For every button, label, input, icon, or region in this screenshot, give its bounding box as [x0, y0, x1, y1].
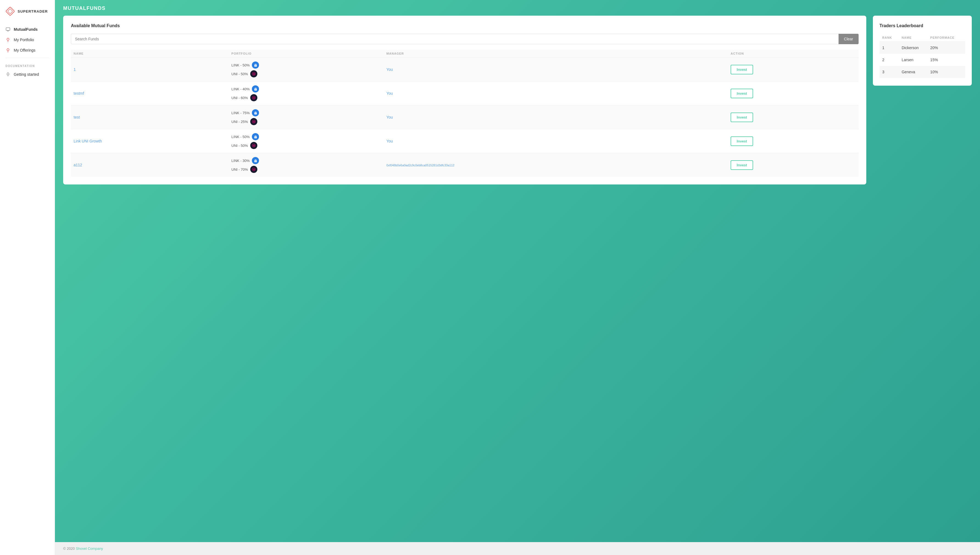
portfolio-percent: UNI - 50% — [231, 144, 248, 148]
leaderboard-table: RANK NAME PERFORMACE 1Dickerson20%2Larse… — [879, 34, 965, 78]
sidebar-navigation: MutualFunds My Portfolio My Offerings DO… — [0, 21, 55, 555]
logo-area: SUPERTRADER — [0, 0, 55, 21]
fund-name-link[interactable]: 1 — [74, 67, 76, 72]
sidebar-item-offerings[interactable]: My Offerings — [0, 45, 55, 55]
sidebar-item-mutualfunds[interactable]: MutualFunds — [0, 24, 55, 35]
uni-icon: ♻ — [250, 142, 257, 149]
logo-icon — [5, 6, 15, 16]
lb-performance: 10% — [927, 66, 965, 78]
fund-name-link[interactable]: testmf — [74, 91, 84, 96]
col-header-portfolio: PORTFOLIO — [229, 50, 384, 58]
sidebar-item-getting-started[interactable]: Getting started — [0, 69, 55, 80]
invest-button[interactable]: Invest — [731, 112, 753, 122]
svg-text:♻: ♻ — [253, 144, 255, 147]
lb-name: Larsen — [899, 54, 927, 66]
portfolio-percent: UNI - 50% — [231, 72, 248, 76]
leaderboard-row: 3Geneva10% — [879, 66, 965, 78]
table-row: a112LINK - 30%UNI - 70%♻0xf048b0e6a0ad2c… — [71, 153, 859, 177]
portfolio-row: LINK - 50% — [231, 61, 381, 69]
svg-point-7 — [8, 74, 8, 75]
svg-rect-1 — [8, 9, 13, 14]
link-icon — [252, 61, 259, 69]
lb-col-rank: RANK — [879, 34, 899, 42]
portfolio-percent: LINK - 30% — [231, 159, 250, 163]
portfolio-row: LINK - 40% — [231, 85, 381, 93]
portfolio-cell: LINK - 30%UNI - 70%♻ — [231, 157, 381, 173]
funds-card-title: Available Mutual Funds — [71, 23, 859, 28]
sidebar-item-portfolio[interactable]: My Portfolio — [0, 35, 55, 45]
portfolio-cell: LINK - 75%UNI - 25%♻ — [231, 109, 381, 125]
funds-table-body: 1LINK - 50%UNI - 50%♻YouInvesttestmfLINK… — [71, 58, 859, 177]
svg-text:♻: ♻ — [253, 168, 255, 170]
svg-point-9 — [255, 66, 256, 66]
lb-col-performance: PERFORMACE — [927, 34, 965, 42]
invest-button[interactable]: Invest — [731, 89, 753, 98]
portfolio-row: UNI - 70%♻ — [231, 166, 381, 173]
leaderboard-table-body: 1Dickerson20%2Larsen15%3Geneva10% — [879, 42, 965, 78]
invest-button[interactable]: Invest — [731, 65, 753, 74]
funds-table: NAME PORTFOLIO MANAGER ACTION 1LINK - 50… — [71, 50, 859, 177]
portfolio-row: UNI - 50%♻ — [231, 142, 381, 149]
funds-card: Available Mutual Funds Clear NAME PORTFO… — [63, 16, 866, 184]
main-content: Available Mutual Funds Clear NAME PORTFO… — [55, 16, 980, 542]
svg-rect-2 — [6, 28, 10, 30]
fund-name-link[interactable]: test — [74, 115, 80, 119]
portfolio-percent: LINK - 50% — [231, 135, 250, 139]
invest-button[interactable]: Invest — [731, 136, 753, 146]
manager-cell: You — [384, 106, 728, 129]
sidebar-item-label-offerings: My Offerings — [14, 48, 35, 53]
footer: © 2020 Shovel Company — [55, 542, 980, 555]
svg-point-17 — [255, 113, 256, 114]
pin-icon-offerings — [5, 48, 10, 53]
svg-point-6 — [7, 48, 9, 51]
action-cell: Invest — [728, 58, 859, 82]
table-row: 1LINK - 50%UNI - 50%♻YouInvest — [71, 58, 859, 82]
svg-point-13 — [255, 90, 256, 90]
action-cell: Invest — [728, 106, 859, 129]
logo-text: SUPERTRADER — [18, 9, 48, 13]
svg-text:♻: ♻ — [253, 73, 255, 75]
footer-company-link[interactable]: Shovel Company — [76, 547, 103, 550]
action-cell: Invest — [728, 153, 859, 177]
portfolio-row: LINK - 50% — [231, 133, 381, 140]
lb-performance: 15% — [927, 54, 965, 66]
invest-button[interactable]: Invest — [731, 160, 753, 170]
fund-name-link[interactable]: a112 — [74, 163, 82, 167]
svg-point-21 — [255, 137, 256, 138]
table-row: testLINK - 75%UNI - 25%♻YouInvest — [71, 106, 859, 129]
sidebar-item-label-portfolio: My Portfolio — [14, 38, 34, 42]
link-icon — [252, 85, 259, 93]
leaderboard-row: 2Larsen15% — [879, 54, 965, 66]
portfolio-row: UNI - 60%♻ — [231, 94, 381, 101]
col-header-name: NAME — [71, 50, 229, 58]
portfolio-percent: UNI - 70% — [231, 167, 248, 172]
lb-rank: 2 — [879, 54, 899, 66]
svg-text:♻: ♻ — [253, 97, 255, 99]
sidebar: SUPERTRADER MutualFunds My Portfolio — [0, 0, 55, 555]
sidebar-item-label-getting-started: Getting started — [14, 72, 39, 77]
leaderboard-card: Traders Leaderboard RANK NAME PERFORMACE… — [873, 16, 972, 86]
manager-cell: You — [384, 82, 728, 106]
uni-icon: ♻ — [250, 118, 257, 125]
search-input[interactable] — [71, 34, 839, 44]
portfolio-percent: LINK - 50% — [231, 63, 250, 67]
search-row: Clear — [71, 34, 859, 44]
portfolio-cell: LINK - 40%UNI - 60%♻ — [231, 85, 381, 101]
fund-name-link[interactable]: Link UNI Growth — [74, 139, 102, 143]
portfolio-row: UNI - 25%♻ — [231, 118, 381, 125]
clear-button[interactable]: Clear — [839, 34, 859, 44]
uni-icon: ♻ — [250, 94, 257, 101]
leaderboard-table-header: RANK NAME PERFORMACE — [879, 34, 965, 42]
sidebar-item-label-mutualfunds: MutualFunds — [14, 27, 38, 32]
svg-point-25 — [255, 161, 256, 162]
manager-cell: You — [384, 129, 728, 153]
portfolio-percent: LINK - 40% — [231, 87, 250, 91]
portfolio-cell: LINK - 50%UNI - 50%♻ — [231, 61, 381, 77]
table-row: Link UNI GrowthLINK - 50%UNI - 50%♻YouIn… — [71, 129, 859, 153]
lb-name: Dickerson — [899, 42, 927, 54]
link-icon — [252, 133, 259, 140]
action-cell: Invest — [728, 129, 859, 153]
portfolio-percent: UNI - 25% — [231, 120, 248, 124]
monitor-icon — [5, 27, 10, 32]
rocket-icon — [5, 72, 10, 77]
